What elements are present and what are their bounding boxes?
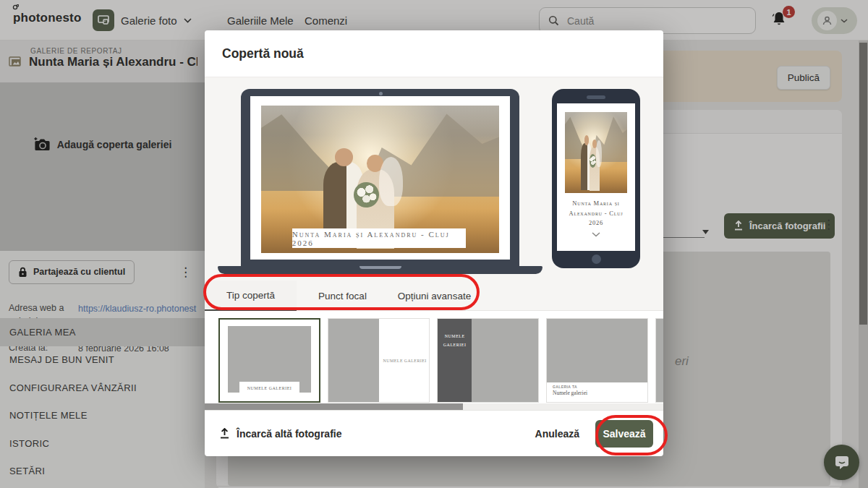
upload-icon	[219, 428, 230, 440]
cover-preview-section: Nunta Maria și Alexandru - Cluj 2026	[205, 77, 663, 311]
phone-speaker	[587, 95, 605, 99]
template-caption: Numele galeriei	[553, 390, 647, 396]
template-eyebrow: GALERIA TA	[553, 385, 647, 389]
template-caption: NUMELE GALERIEI	[239, 382, 299, 395]
new-cover-modal: Copertă nouă Nunta Maria și Alexandru - …	[205, 30, 663, 456]
template-scrollbar-thumb[interactable]	[205, 403, 463, 410]
laptop-preview: Nunta Maria și Alexandru - Cluj 2026	[241, 89, 566, 274]
cover-template-1-selected[interactable]: NUMELE GALERIEI	[218, 318, 320, 403]
cover-photo: Nunta Maria și Alexandru - Cluj 2026	[261, 106, 499, 253]
cover-template-2[interactable]: NUMELE GALERIEI	[328, 318, 430, 403]
upload-other-photo-button[interactable]: Încarcă altă fotografie	[219, 428, 342, 440]
phone-home-button	[592, 254, 601, 264]
laptop-screen: Nunta Maria și Alexandru - Cluj 2026	[241, 89, 519, 266]
app-window: photonesto Galerie foto Galeriile Mele C…	[0, 0, 868, 488]
save-button[interactable]: Salvează	[595, 420, 653, 448]
laptop-webcam-dot	[379, 92, 383, 95]
cancel-button[interactable]: Anulează	[535, 428, 579, 440]
tab-tip-coperta[interactable]: Tip copertă	[205, 281, 297, 311]
laptop-base	[218, 266, 542, 274]
template-scrollbar[interactable]	[205, 403, 663, 410]
phone-screen: Nunta Maria și Alexandru - Cluj 2026	[557, 103, 635, 251]
template-caption: NUMELE GALERIEI	[380, 319, 429, 402]
tab-punct-focal[interactable]: Punct focal	[297, 281, 388, 311]
cover-modal-tabs: Tip copertă Punct focal Opțiuni avansate	[205, 281, 663, 311]
modal-footer: Încarcă altă fotografie Anulează Salveaz…	[205, 410, 663, 456]
cover-caption: Nunta Maria și Alexandru - Cluj 2026	[292, 228, 466, 248]
modal-title: Copertă nouă	[205, 30, 663, 61]
cover-template-5[interactable]	[655, 318, 663, 403]
phone-preview: Nunta Maria și Alexandru - Cluj 2026	[552, 89, 640, 268]
cover-photo-mobile	[565, 112, 627, 193]
tab-optiuni-avansate[interactable]: Opțiuni avansate	[388, 281, 480, 311]
template-caption: NUMELE GALERIEI	[438, 332, 472, 402]
cover-template-list: NUMELE GALERIEI NUMELE GALERIEI NUMELE G…	[205, 312, 663, 403]
cover-template-4[interactable]: GALERIA TA Numele galeriei	[546, 318, 648, 403]
upload-other-label: Încarcă altă fotografie	[237, 428, 342, 440]
phone-cover-caption: Nunta Maria și Alexandru - Cluj 2026	[558, 199, 634, 228]
chevron-down-icon	[592, 232, 600, 237]
cover-template-3[interactable]: NUMELE GALERIEI	[437, 318, 539, 403]
